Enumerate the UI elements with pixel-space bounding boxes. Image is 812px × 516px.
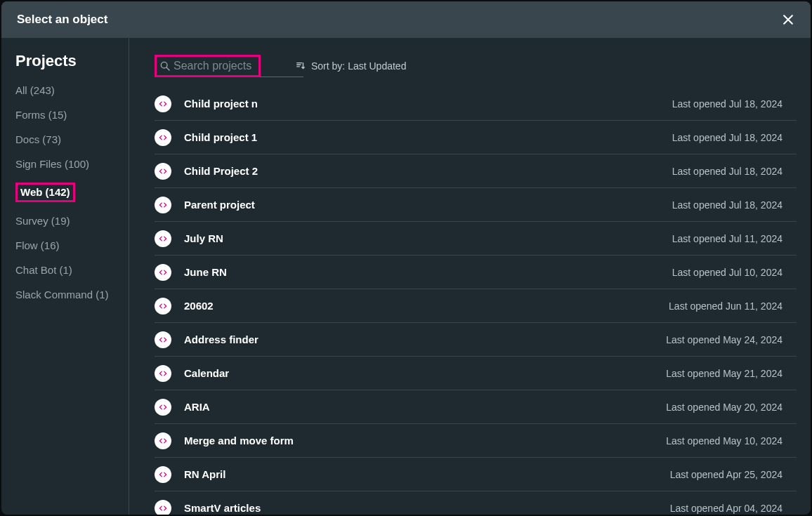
sidebar-item[interactable]: Forms (15)	[15, 109, 129, 121]
modal-header: Select an object	[1, 1, 811, 38]
project-meta: Last opened Jul 10, 2024	[672, 267, 782, 278]
code-icon	[155, 197, 171, 213]
project-name: Address finder	[184, 333, 666, 345]
project-name: Child project n	[184, 98, 672, 110]
project-name: Child Project 2	[184, 165, 672, 177]
project-row[interactable]: RN AprilLast opened Apr 25, 2024	[155, 458, 797, 491]
sidebar-item[interactable]: All (243)	[15, 84, 129, 96]
project-meta: Last opened May 10, 2024	[666, 435, 782, 446]
code-icon	[155, 264, 171, 281]
code-icon	[155, 95, 171, 112]
sidebar-items: All (243)Forms (15)Docs (73)Sign Files (…	[15, 84, 129, 300]
code-icon	[155, 399, 171, 416]
project-name: Parent project	[184, 199, 672, 211]
project-name: July RN	[184, 232, 672, 244]
code-icon	[155, 365, 171, 382]
sidebar-title: Projects	[15, 52, 129, 70]
project-meta: Last opened Jul 18, 2024	[672, 166, 782, 177]
code-icon	[155, 331, 171, 348]
project-meta: Last opened Jun 11, 2024	[669, 300, 782, 312]
code-icon	[155, 432, 171, 449]
project-name: ARIA	[184, 401, 666, 413]
code-icon	[155, 466, 171, 483]
project-meta: Last opened May 21, 2024	[666, 368, 782, 379]
project-name: Child project 1	[184, 131, 672, 143]
close-icon	[781, 13, 795, 27]
sidebar-item[interactable]: Chat Bot (1)	[15, 264, 129, 276]
code-icon	[155, 230, 171, 247]
project-meta: Last opened Jul 18, 2024	[672, 98, 782, 110]
project-row[interactable]: June RNLast opened Jul 10, 2024	[155, 256, 797, 289]
project-row[interactable]: Merge and move formLast opened May 10, 2…	[155, 424, 797, 458]
project-row[interactable]: SmartV articlesLast opened Apr 04, 2024	[155, 491, 797, 515]
sort-label: Sort by: Last Updated	[311, 60, 406, 72]
sidebar-item[interactable]: Web (142)	[20, 186, 70, 198]
project-meta: Last opened Jul 18, 2024	[672, 132, 782, 143]
search-input[interactable]	[173, 60, 254, 72]
highlight-box: Web (142)	[15, 183, 75, 202]
svg-line-1	[166, 67, 169, 70]
project-row[interactable]: July RNLast opened Jul 11, 2024	[155, 222, 797, 256]
project-name: RN April	[184, 468, 670, 480]
project-list[interactable]: Child project nLast opened Jul 18, 2024C…	[155, 87, 797, 515]
sidebar-item[interactable]: Survey (19)	[15, 215, 129, 227]
search-icon	[159, 60, 171, 72]
project-row[interactable]: Address finderLast opened May 24, 2024	[155, 323, 797, 357]
project-name: Calendar	[184, 367, 666, 379]
select-object-modal: Select an object Projects All (243)Forms…	[1, 1, 811, 515]
project-row[interactable]: 20602Last opened Jun 11, 2024	[155, 289, 797, 323]
code-icon	[155, 163, 171, 180]
project-name: SmartV articles	[184, 502, 670, 514]
project-name: June RN	[184, 266, 672, 278]
project-meta: Last opened May 20, 2024	[666, 402, 782, 413]
project-meta: Last opened Apr 04, 2024	[670, 503, 782, 514]
sidebar-item[interactable]: Docs (73)	[15, 133, 129, 145]
project-row[interactable]: ARIALast opened May 20, 2024	[155, 390, 797, 424]
project-meta: Last opened May 24, 2024	[666, 334, 782, 345]
project-row[interactable]: Child project 1Last opened Jul 18, 2024	[155, 121, 797, 154]
project-name: 20602	[184, 300, 669, 312]
sidebar-item[interactable]: Flow (16)	[15, 239, 129, 251]
sort-icon	[296, 61, 306, 71]
project-meta: Last opened Jul 18, 2024	[672, 199, 782, 211]
modal-body: Projects All (243)Forms (15)Docs (73)Sig…	[1, 38, 811, 515]
sort-control[interactable]: Sort by: Last Updated	[296, 60, 406, 72]
project-meta: Last opened Apr 25, 2024	[670, 469, 782, 480]
main-panel: Sort by: Last Updated Child project nLas…	[129, 38, 811, 515]
project-name: Merge and move form	[184, 435, 666, 446]
sidebar-item[interactable]: Sign Files (100)	[15, 158, 129, 170]
code-icon	[155, 298, 171, 315]
code-icon	[155, 129, 171, 146]
search-wrapper	[155, 55, 261, 77]
sidebar-item[interactable]: Slack Command (1)	[15, 289, 129, 300]
project-row[interactable]: CalendarLast opened May 21, 2024	[155, 357, 797, 390]
code-icon	[155, 500, 171, 515]
modal-title: Select an object	[17, 13, 107, 27]
search-underline	[260, 77, 303, 77]
project-meta: Last opened Jul 11, 2024	[672, 233, 782, 244]
close-button[interactable]	[778, 10, 798, 29]
project-row[interactable]: Child Project 2Last opened Jul 18, 2024	[155, 154, 797, 188]
project-row[interactable]: Child project nLast opened Jul 18, 2024	[155, 87, 797, 121]
toolbar: Sort by: Last Updated	[155, 38, 797, 87]
sidebar: Projects All (243)Forms (15)Docs (73)Sig…	[1, 38, 129, 515]
project-row[interactable]: Parent projectLast opened Jul 18, 2024	[155, 188, 797, 222]
